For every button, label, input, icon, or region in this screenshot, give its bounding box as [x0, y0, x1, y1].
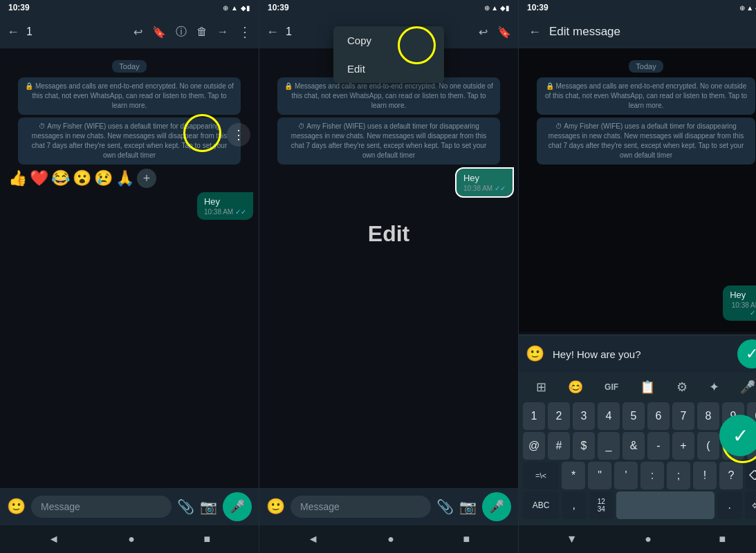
edit-text-input[interactable]: [550, 344, 732, 364]
forward-icon[interactable]: →: [217, 26, 228, 38]
message-bubble-1[interactable]: Hey 10:38 AM ✓✓: [197, 192, 253, 220]
chat-area-2: Today 🔒 Messages and calls are end-to-en…: [259, 48, 518, 488]
nav-bar-2: ◄ ● ■: [259, 525, 518, 553]
back-button-2[interactable]: ←: [266, 25, 279, 39]
emoji-laugh[interactable]: 😂: [51, 169, 70, 187]
bubble-text-2: Hey: [463, 173, 479, 183]
context-copy[interactable]: Copy: [333, 26, 444, 55]
emoji-sad[interactable]: 😢: [94, 169, 113, 187]
info-icon[interactable]: ⓘ: [176, 25, 187, 39]
kb-clipboard-icon[interactable]: 📋: [640, 379, 655, 395]
top-actions-2: ↩ 🔖: [479, 26, 511, 39]
kb-key-7[interactable]: 7: [672, 402, 694, 430]
add-reaction-button[interactable]: +: [137, 169, 156, 188]
top-actions-1: ↩ 🔖 ⓘ 🗑 → ⋮: [133, 24, 252, 40]
kb-key-1[interactable]: 1: [523, 402, 545, 430]
kb-key-1234[interactable]: 1234: [589, 491, 614, 519]
emoji-picker-icon-1[interactable]: 🙂: [7, 498, 26, 516]
bookmark-icon[interactable]: 🔖: [152, 26, 166, 39]
nav-back-3[interactable]: ▼: [566, 533, 578, 545]
message-input-2[interactable]: [291, 496, 431, 518]
reply-icon[interactable]: ↩: [133, 26, 142, 39]
kb-key-abc[interactable]: ABC: [523, 491, 559, 519]
kb-grid-icon[interactable]: ⊞: [536, 379, 546, 395]
nav-home-2[interactable]: ●: [387, 533, 394, 545]
kb-key-dash[interactable]: -: [647, 432, 670, 460]
kb-key-dollar[interactable]: $: [573, 432, 595, 460]
kb-key-colon[interactable]: :: [640, 462, 664, 489]
kb-key-0[interactable]: 0: [747, 402, 756, 430]
kb-key-plus[interactable]: +: [672, 432, 694, 460]
back-button-3[interactable]: ←: [528, 25, 541, 39]
kb-mic-icon[interactable]: 🎤: [740, 379, 755, 395]
message-bubble-3[interactable]: Hey 10:38 AM ✓✓: [723, 285, 756, 321]
nav-home-1[interactable]: ●: [128, 533, 135, 545]
kb-key-enter[interactable]: ⏎: [745, 491, 757, 519]
nav-bar-1: ◄ ● ■: [0, 525, 259, 553]
nav-back-1[interactable]: ◄: [48, 533, 59, 545]
more-icon[interactable]: ⋮: [238, 24, 252, 40]
emoji-icon-edit[interactable]: 🙂: [526, 345, 544, 363]
date-badge-1: Today: [6, 59, 253, 72]
kb-emoji-icon[interactable]: 😊: [568, 379, 583, 395]
emoji-row-1: 👍 ❤️ 😂 😮 😢 🙏 +: [6, 169, 253, 188]
kb-key-squote[interactable]: ': [614, 462, 638, 489]
message-input-1[interactable]: [31, 496, 172, 518]
emoji-wow[interactable]: 😮: [73, 169, 91, 187]
top-bar-2: ← 1 ↩ 🔖 Copy Edit: [259, 15, 518, 48]
delete-icon[interactable]: 🗑: [196, 26, 208, 38]
emoji-picker-icon-2[interactable]: 🙂: [266, 498, 285, 516]
nav-back-2[interactable]: ◄: [308, 533, 319, 545]
emoji-thumbsup[interactable]: 👍: [8, 169, 27, 187]
kb-key-question[interactable]: ?: [719, 462, 743, 489]
kb-key-lparen[interactable]: (: [697, 432, 719, 460]
bubble-meta-1: 10:38 AM ✓✓: [204, 208, 246, 216]
kb-key-5[interactable]: 5: [623, 402, 645, 430]
nav-recents-3[interactable]: ■: [719, 533, 726, 545]
kb-key-4[interactable]: 4: [598, 402, 620, 430]
kb-key-underscore[interactable]: _: [598, 432, 620, 460]
camera-icon-2[interactable]: 📷: [459, 498, 477, 515]
kb-key-9[interactable]: 9: [722, 402, 744, 430]
nav-recents-1[interactable]: ■: [204, 533, 211, 545]
nav-recents-2[interactable]: ■: [463, 533, 470, 545]
kb-key-excl[interactable]: !: [693, 462, 717, 489]
nav-home-3[interactable]: ●: [645, 533, 652, 545]
attach-icon-1[interactable]: 📎: [177, 498, 194, 515]
kb-key-6[interactable]: 6: [647, 402, 670, 430]
kb-key-semi[interactable]: ;: [667, 462, 690, 489]
panel3-chat: Today 🔒 Messages and calls are end-to-en…: [519, 48, 756, 332]
attach-icon-2[interactable]: 📎: [436, 498, 454, 515]
reply-icon-2[interactable]: ↩: [479, 26, 488, 39]
mic-button-2[interactable]: 🎤: [482, 492, 511, 521]
kb-key-amp[interactable]: &: [623, 432, 645, 460]
emoji-heart[interactable]: ❤️: [30, 169, 48, 187]
kb-key-comma[interactable]: ,: [562, 491, 587, 519]
kb-settings-icon[interactable]: ⚙: [676, 379, 688, 395]
kb-key-2[interactable]: 2: [548, 402, 570, 430]
kb-key-rparen[interactable]: ): [722, 432, 744, 460]
kb-key-period[interactable]: .: [717, 491, 742, 519]
panel-3: 10:39 ⊕ ▲ ◆▮ ← Edit message Today 🔒 Mess…: [519, 0, 756, 553]
kb-key-eqback[interactable]: =\<: [523, 462, 559, 489]
emoji-pray[interactable]: 🙏: [116, 169, 134, 187]
kb-key-at[interactable]: @: [523, 432, 545, 460]
kb-key-hash[interactable]: #: [548, 432, 570, 460]
kb-gif-label[interactable]: GIF: [605, 382, 618, 392]
camera-icon-1[interactable]: 📷: [200, 498, 217, 515]
context-edit[interactable]: Edit: [333, 55, 444, 83]
kb-key-slash[interactable]: /: [747, 432, 756, 460]
message-bubble-2[interactable]: Hey 10:38 AM ✓✓: [457, 169, 513, 196]
kb-key-3[interactable]: 3: [573, 402, 595, 430]
kb-key-8[interactable]: 8: [697, 402, 719, 430]
kb-key-dquote[interactable]: ": [588, 462, 611, 489]
mic-button-1[interactable]: 🎤: [223, 492, 252, 521]
back-button-1[interactable]: ←: [7, 25, 19, 39]
bookmark-icon-2[interactable]: 🔖: [497, 26, 511, 39]
kb-key-space[interactable]: [616, 491, 714, 519]
kb-key-backspace[interactable]: ⌫: [746, 462, 756, 489]
context-menu-trigger-1[interactable]: ⋮: [227, 123, 250, 147]
send-edited-button[interactable]: ✓: [737, 339, 756, 368]
kb-sticker-icon[interactable]: ✦: [709, 379, 719, 395]
kb-key-star[interactable]: *: [562, 462, 585, 489]
